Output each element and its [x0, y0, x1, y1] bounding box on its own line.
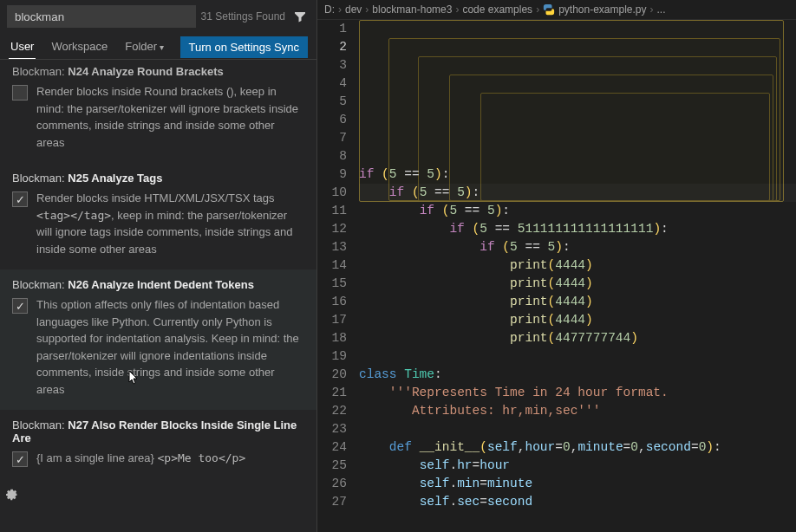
breadcrumb-part[interactable]: blockman-home3 [372, 3, 452, 16]
breadcrumb-part[interactable]: python-example.py [558, 3, 646, 16]
setting-item-n25: Blockman: N25 Analyze Tags Render blocks… [0, 163, 316, 269]
breadcrumb[interactable]: D:› dev› blockman-home3› code examples› … [317, 0, 796, 20]
settings-list[interactable]: Blockman: N24 Analyze Round Brackets Ren… [0, 60, 316, 532]
setting-name: N26 Analyze Indent Dedent Tokens [68, 278, 254, 291]
breadcrumb-part[interactable]: dev [345, 3, 362, 16]
chevron-down-icon: ▾ [160, 42, 164, 52]
settings-panel: 31 Settings Found User Workspace Folder▾… [0, 0, 317, 532]
checkbox-n24[interactable] [12, 85, 28, 101]
setting-item-n24: Render blocks inside Round brackets (), … [0, 83, 316, 163]
settings-scope-tabs: User Workspace Folder▾ Turn on Settings … [0, 33, 316, 60]
python-file-icon [543, 3, 555, 16]
tab-user[interactable]: User [9, 35, 36, 59]
line-number-gutter: 1234567891011121314151617181920212223242… [317, 20, 359, 532]
setting-desc-n26: This option affects only files of indent… [36, 296, 304, 398]
tab-folder-label: Folder [125, 40, 157, 53]
tab-workspace[interactable]: Workspace [49, 35, 109, 59]
checkbox-n26[interactable] [12, 298, 28, 314]
setting-desc-n27: {I am a single line area} <p>Me too</p> [36, 450, 245, 467]
settings-search-row: 31 Settings Found [0, 0, 316, 33]
breadcrumb-part[interactable]: code examples [462, 3, 532, 16]
breadcrumb-part[interactable]: D: [324, 3, 335, 16]
setting-prefix: Blockman: [12, 418, 65, 431]
setting-prefix: Blockman: [12, 278, 65, 291]
setting-name: N25 Analyze Tags [68, 172, 162, 185]
setting-item-n24-title: Blockman: N24 Analyze Round Brackets [0, 65, 316, 83]
breadcrumb-part[interactable]: ... [657, 3, 666, 16]
checkbox-n27[interactable] [12, 451, 28, 467]
settings-sync-button[interactable]: Turn on Settings Sync [180, 36, 308, 58]
code-lines[interactable]: if (5 == 5): if (5 == 5): if (5 == 5): i… [359, 20, 796, 532]
settings-search-input[interactable] [7, 5, 196, 28]
setting-item-n27: Blockman: N27 Also Render Blocks Inside … [0, 410, 316, 479]
setting-desc-n25: Render blocks inside HTML/XML/JSX/TSX ta… [36, 190, 304, 257]
code-area[interactable]: 1234567891011121314151617181920212223242… [317, 20, 796, 532]
editor-panel: D:› dev› blockman-home3› code examples› … [317, 0, 796, 532]
checkbox-n25[interactable] [12, 191, 28, 207]
gear-icon[interactable] [3, 487, 19, 505]
setting-prefix: Blockman: [12, 172, 65, 185]
settings-results-count: 31 Settings Found [201, 10, 285, 23]
filter-icon[interactable] [290, 7, 310, 26]
tab-folder[interactable]: Folder▾ [123, 35, 166, 59]
setting-item-n26: Blockman: N26 Analyze Indent Dedent Toke… [0, 269, 316, 410]
setting-desc-n24: Render blocks inside Round brackets (), … [36, 83, 304, 151]
